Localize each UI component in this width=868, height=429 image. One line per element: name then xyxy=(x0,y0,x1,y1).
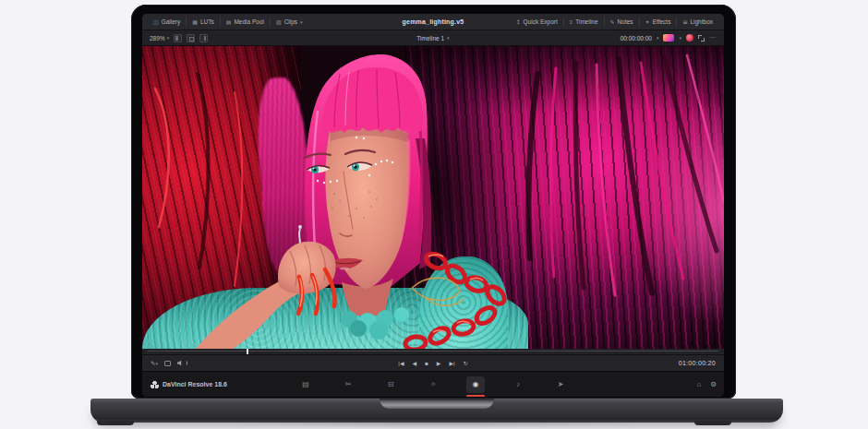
timeline-icon: ≡ xyxy=(570,14,573,30)
gallery-button[interactable]: ◫ Gallery xyxy=(148,14,186,30)
chevron-down-icon: ▾ xyxy=(167,35,170,41)
lightbox-button[interactable]: ⊞ Lightbox xyxy=(677,14,718,30)
loop-button[interactable]: ↻ xyxy=(464,360,468,366)
timeline-label: Timeline xyxy=(575,14,597,30)
clips-icon: ▥ xyxy=(276,14,282,30)
page-tabs: ▤ ✂ ⊟ ✧ ◉ ♪ ➤ xyxy=(296,376,570,393)
laptop-base xyxy=(90,399,783,423)
page-bar-system-icons: ⌂ ⚙ xyxy=(697,380,717,388)
project-title: gemma_lighting.v5 xyxy=(403,18,464,25)
effects-icon: ✦ xyxy=(645,14,650,30)
more-options-icon[interactable]: ⋯ xyxy=(709,34,717,42)
tab-cut-page[interactable]: ✂ xyxy=(339,376,357,393)
chevron-down-icon: ▾ xyxy=(155,361,158,366)
quick-export-button[interactable]: ↥ Quick Export xyxy=(510,14,562,30)
viewer-toolbar-left: 289% ▾ xyxy=(142,34,208,42)
lightbox-icon: ⊞ xyxy=(682,14,687,30)
zoom-level-value: 289% xyxy=(150,35,165,42)
skip-start-button[interactable]: |◀ xyxy=(398,360,404,366)
notes-icon: ✎ xyxy=(610,14,615,30)
notes-button[interactable]: ✎ Notes xyxy=(605,14,639,30)
chevron-down-icon: ▾ xyxy=(679,35,681,41)
expand-viewer-icon[interactable] xyxy=(698,35,705,42)
timeline-selector[interactable]: Timeline 1 ▾ xyxy=(416,35,449,42)
top-toolbar: ◫ Gallery ▦ LUTs ▤ Media Pool xyxy=(142,14,724,30)
tab-fusion-page[interactable]: ✧ xyxy=(424,376,442,393)
app-version-label: DaVinci Resolve 18.6 xyxy=(163,381,227,387)
viewer-toolbar: 289% ▾ Timeline 1 ▾ 00:00:00:00 ▾ xyxy=(142,30,724,46)
laptop-foot-left xyxy=(97,421,134,425)
media-pool-icon: ▤ xyxy=(226,14,232,30)
tab-edit-page[interactable]: ⊟ xyxy=(381,376,400,393)
speaker-body xyxy=(177,361,184,366)
play-button[interactable]: ▶ xyxy=(437,360,441,366)
color-viewer-icon[interactable] xyxy=(686,34,693,42)
luts-button[interactable]: ▦ LUTs xyxy=(187,14,219,30)
media-pool-button[interactable]: ▤ Media Pool xyxy=(221,14,270,30)
tab-fairlight-page[interactable]: ♪ xyxy=(509,376,527,393)
transport-bar: ✎▾ |◀ ◀ ■ ▶ ▶| ↻ xyxy=(142,354,724,371)
transport-controls: |◀ ◀ ■ ▶ ▶| ↻ xyxy=(398,360,467,366)
timeline-button[interactable]: ≡ Timeline xyxy=(564,14,604,30)
settings-gear-icon[interactable]: ⚙ xyxy=(710,380,717,388)
page-background: ◫ Gallery ▦ LUTs ▤ Media Pool xyxy=(0,0,868,429)
effects-label: Effects xyxy=(653,14,671,30)
gallery-label: Gallery xyxy=(162,14,181,30)
speaker-wave xyxy=(185,361,187,365)
laptop-lid: ◫ Gallery ▦ LUTs ▤ Media Pool xyxy=(131,5,736,399)
quick-export-label: Quick Export xyxy=(524,14,558,30)
project-home-icon[interactable]: ⌂ xyxy=(697,380,702,388)
lid-lift-notch xyxy=(380,399,494,409)
viewer-timecode[interactable]: 00:00:00:00 xyxy=(621,35,652,42)
lightbox-label: Lightbox xyxy=(690,14,713,30)
toolbar-left-group: ◫ Gallery ▦ LUTs ▤ Media Pool xyxy=(142,14,308,30)
tab-media-page[interactable]: ▤ xyxy=(296,376,315,393)
audio-mute-icon[interactable] xyxy=(177,361,187,366)
transport-timecode: 01:00:00:20 xyxy=(679,360,716,366)
step-back-button[interactable]: ◀ xyxy=(413,360,417,366)
laptop-foot-right xyxy=(694,421,731,425)
davinci-window: ◫ Gallery ▦ LUTs ▤ Media Pool xyxy=(142,14,724,397)
quick-export-icon: ↥ xyxy=(515,14,520,30)
app-branding: DaVinci Resolve 18.6 xyxy=(142,381,227,388)
wipe-mode-a-icon[interactable] xyxy=(174,34,182,42)
tab-color-page-active[interactable]: ◉ xyxy=(466,376,485,393)
viewer-image[interactable] xyxy=(142,46,724,349)
zoom-level-select[interactable]: 289% ▾ xyxy=(150,35,169,42)
media-pool-label: Media Pool xyxy=(234,14,264,30)
chevron-down-icon: ▾ xyxy=(447,35,450,41)
notes-label: Notes xyxy=(618,14,633,30)
clips-label: Clips xyxy=(284,14,297,30)
wipe-mode-b-icon[interactable] xyxy=(187,34,195,42)
viewer-option-icon[interactable] xyxy=(164,361,171,366)
annotate-pencil-icon[interactable]: ✎▾ xyxy=(151,360,158,367)
luts-icon: ▦ xyxy=(192,14,198,30)
chevron-down-icon: ▾ xyxy=(657,35,659,41)
gallery-icon: ◫ xyxy=(153,14,159,30)
timeline-name: Timeline 1 xyxy=(416,35,444,42)
luts-label: LUTs xyxy=(200,14,214,30)
davinci-resolve-logo xyxy=(151,381,159,388)
viewer-vignette xyxy=(142,46,724,349)
toolbar-right-group: ↥ Quick Export ≡ Timeline ✎ Notes xyxy=(510,14,724,30)
wipe-mode-c-icon[interactable] xyxy=(199,34,208,42)
viewer-toolbar-right: 00:00:00:00 ▾ ▾ ⋯ xyxy=(621,34,717,42)
chevron-down-icon: ▾ xyxy=(300,14,303,30)
skip-end-button[interactable]: ▶| xyxy=(449,360,454,366)
effects-button[interactable]: ✦ Effects xyxy=(640,14,677,30)
stop-button[interactable]: ■ xyxy=(425,361,428,366)
page-bar: DaVinci Resolve 18.6 ▤ ✂ ⊟ ✧ ◉ ♪ ➤ ⌂ ⚙ xyxy=(142,371,724,397)
scrub-track xyxy=(148,351,718,352)
tab-deliver-page[interactable]: ➤ xyxy=(551,376,570,393)
clips-button[interactable]: ▥ Clips ▾ xyxy=(271,14,308,30)
image-wipe-thumbnail-icon[interactable] xyxy=(663,34,674,42)
transport-left-tools: ✎▾ xyxy=(142,360,187,367)
